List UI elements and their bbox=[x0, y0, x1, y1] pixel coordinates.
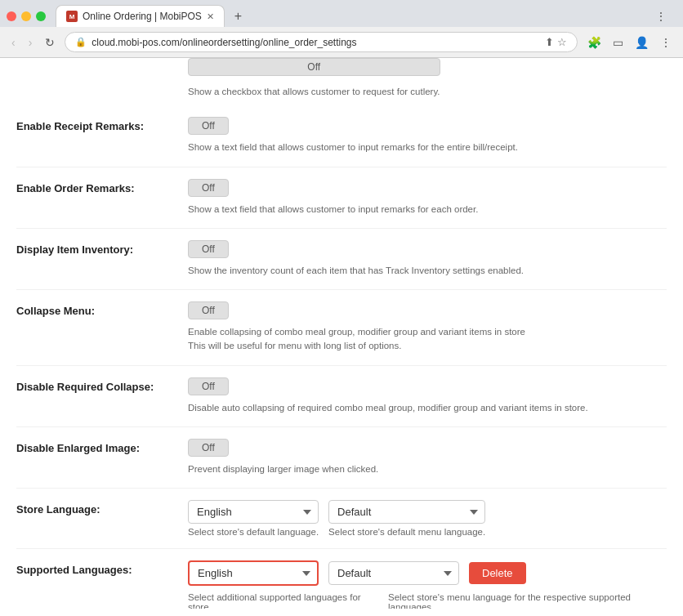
item-inventory-label: Display Item Inventory: bbox=[16, 240, 172, 256]
disable-enlarged-image-toggle[interactable]: Off bbox=[188, 439, 229, 457]
receipt-remarks-label: Enable Receipt Remarks: bbox=[16, 117, 172, 132]
cutlery-label bbox=[16, 58, 172, 61]
collapse-menu-toggle[interactable]: Off bbox=[188, 301, 229, 319]
forward-button[interactable]: › bbox=[25, 34, 36, 51]
disable-enlarged-image-description: Prevent displaying larger image when cli… bbox=[188, 462, 667, 476]
supported-menu-lang-desc: Select store's menu language for the res… bbox=[388, 592, 667, 609]
order-remarks-label: Enable Order Remarks: bbox=[16, 179, 172, 194]
disable-required-collapse-toggle[interactable]: Off bbox=[188, 377, 229, 395]
store-language-dropdown-group: English Chinese Malay Select store's def… bbox=[188, 500, 319, 537]
traffic-lights bbox=[7, 11, 46, 21]
reload-button[interactable]: ↻ bbox=[42, 34, 58, 51]
receipt-remarks-toggle[interactable]: Off bbox=[188, 117, 229, 135]
store-language-desc: Select store's default language. bbox=[188, 527, 319, 537]
receipt-remarks-content: Off Show a text field that allows custom… bbox=[188, 117, 667, 154]
disable-enlarged-image-row: Disable Enlarged Image: Off Prevent disp… bbox=[16, 427, 667, 489]
store-language-row: Store Language: English Chinese Malay Se… bbox=[16, 489, 667, 549]
supported-menu-language-select[interactable]: Default bbox=[328, 561, 459, 585]
more-options-icon[interactable]: ⋮ bbox=[657, 34, 675, 51]
item-inventory-description: Show the inventory count of each item th… bbox=[188, 264, 667, 278]
delete-language-button[interactable]: Delete bbox=[469, 562, 526, 584]
collapse-menu-content: Off Enable collapsing of combo meal grou… bbox=[188, 301, 667, 354]
browser-menu-button[interactable]: ⋮ bbox=[652, 8, 670, 25]
tab-bar: M Online Ordering | MobiPOS ✕ + ⋮ bbox=[0, 0, 683, 27]
active-tab[interactable]: M Online Ordering | MobiPOS ✕ bbox=[56, 5, 225, 27]
url-text: cloud.mobi-pos.com/onlineordersetting/on… bbox=[92, 37, 540, 48]
supported-lang-desc: Select additional supported languages fo… bbox=[188, 592, 378, 609]
browser-chrome: M Online Ordering | MobiPOS ✕ + ⋮ ‹ › ↻ … bbox=[0, 0, 683, 58]
order-remarks-content: Off Show a text field that allows custom… bbox=[188, 179, 667, 216]
order-remarks-toggle[interactable]: Off bbox=[188, 179, 229, 197]
profile-icon[interactable]: 👤 bbox=[632, 34, 652, 51]
page-content: Off Show a checkbox that allows customer… bbox=[0, 58, 683, 609]
disable-required-collapse-label: Disable Required Collapse: bbox=[16, 377, 172, 393]
disable-required-collapse-content: Off Disable auto collapsing of required … bbox=[188, 377, 667, 415]
tab-favicon-icon: M bbox=[66, 11, 78, 22]
cutlery-content: Off Show a checkbox that allows customer… bbox=[188, 58, 440, 99]
store-menu-language-desc: Select store's default menu language. bbox=[328, 527, 485, 537]
store-menu-dropdown-group: Default Select store's default menu lang… bbox=[328, 500, 485, 537]
store-language-content: English Chinese Malay Select store's def… bbox=[188, 500, 667, 537]
new-tab-button[interactable]: + bbox=[228, 6, 248, 27]
disable-enlarged-image-content: Off Prevent displaying larger image when… bbox=[188, 439, 667, 476]
supported-languages-label: Supported Languages: bbox=[16, 560, 172, 576]
cutlery-toggle[interactable]: Off bbox=[188, 58, 440, 76]
supported-languages-content: English Chinese Malay Default Delete Sel… bbox=[188, 560, 667, 609]
back-button[interactable]: ‹ bbox=[8, 34, 19, 51]
store-language-select[interactable]: English Chinese Malay bbox=[188, 500, 319, 524]
lock-icon: 🔒 bbox=[75, 37, 87, 47]
supported-language-select[interactable]: English Chinese Malay bbox=[188, 560, 319, 586]
address-bar-row: ‹ › ↻ 🔒 cloud.mobi-pos.com/onlineorderse… bbox=[0, 27, 683, 57]
receipt-remarks-row: Enable Receipt Remarks: Off Show a text … bbox=[16, 105, 667, 167]
tab-close-icon[interactable]: ✕ bbox=[207, 11, 214, 22]
cutlery-description: Show a checkbox that allows customer to … bbox=[188, 85, 440, 99]
browser-menu-right: ⋮ bbox=[652, 8, 676, 25]
lang-controls-row: English Chinese Malay Default Delete bbox=[188, 560, 667, 586]
close-window-button[interactable] bbox=[7, 11, 16, 21]
store-language-label: Store Language: bbox=[16, 500, 172, 516]
item-inventory-content: Off Show the inventory count of each ite… bbox=[188, 240, 667, 278]
collapse-menu-label: Collapse Menu: bbox=[16, 301, 172, 317]
bookmark-icon[interactable]: ☆ bbox=[557, 36, 567, 48]
minimize-window-button[interactable] bbox=[21, 11, 31, 21]
order-remarks-description: Show a text field that allows customer t… bbox=[188, 203, 667, 216]
toolbar-icons: 🧩 ▭ 👤 ⋮ bbox=[584, 34, 675, 51]
cutlery-row: Off Show a checkbox that allows customer… bbox=[16, 58, 667, 105]
item-inventory-row: Display Item Inventory: Off Show the inv… bbox=[16, 229, 667, 290]
split-view-icon[interactable]: ▭ bbox=[609, 34, 627, 51]
supported-menu-lang-desc-group: Select store's menu language for the res… bbox=[388, 592, 667, 609]
supported-languages-controls: English Chinese Malay Default Delete Sel… bbox=[188, 560, 667, 609]
store-language-dropdowns: English Chinese Malay Select store's def… bbox=[188, 500, 667, 537]
disable-enlarged-image-label: Disable Enlarged Image: bbox=[16, 439, 172, 454]
tab-title: Online Ordering | MobiPOS bbox=[83, 11, 202, 22]
store-menu-language-select[interactable]: Default bbox=[328, 500, 485, 524]
supported-languages-desc-row: Select additional supported languages fo… bbox=[188, 592, 667, 609]
collapse-menu-row: Collapse Menu: Off Enable collapsing of … bbox=[16, 290, 667, 366]
share-icon[interactable]: ⬆ bbox=[545, 36, 554, 48]
address-bar-icons: ⬆ ☆ bbox=[545, 36, 567, 48]
extensions-icon[interactable]: 🧩 bbox=[584, 34, 605, 51]
address-bar[interactable]: 🔒 cloud.mobi-pos.com/onlineordersetting/… bbox=[65, 32, 578, 52]
disable-required-collapse-description: Disable auto collapsing of required comb… bbox=[188, 401, 667, 415]
collapse-menu-description: Enable collapsing of combo meal group, m… bbox=[188, 325, 667, 354]
supported-languages-row: Supported Languages: English Chinese Mal… bbox=[16, 549, 667, 609]
fullscreen-window-button[interactable] bbox=[36, 11, 46, 21]
disable-required-collapse-row: Disable Required Collapse: Off Disable a… bbox=[16, 366, 667, 427]
item-inventory-toggle[interactable]: Off bbox=[188, 240, 229, 258]
receipt-remarks-description: Show a text field that allows customer t… bbox=[188, 141, 667, 154]
order-remarks-row: Enable Order Remarks: Off Show a text fi… bbox=[16, 167, 667, 229]
supported-lang-desc-group: Select additional supported languages fo… bbox=[188, 592, 378, 609]
